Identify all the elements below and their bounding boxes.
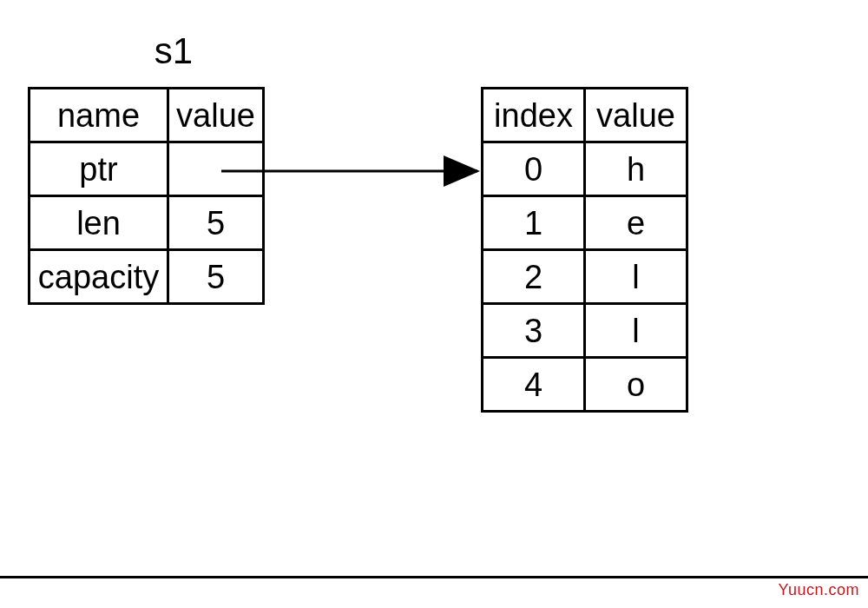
- struct-table: name value ptr len 5 capacity 5: [28, 87, 265, 305]
- table-row: 1 e: [483, 196, 687, 250]
- cell-name: capacity: [30, 250, 168, 304]
- heap-table: index value 0 h 1 e 2 l 3 l 4 o: [481, 87, 688, 413]
- cell-index: 4: [483, 358, 585, 412]
- cell-value: [168, 142, 264, 196]
- table-row: len 5: [30, 196, 264, 250]
- cell-value: l: [585, 304, 687, 358]
- table-row: 3 l: [483, 304, 687, 358]
- header-index: index: [483, 89, 585, 142]
- cell-value: 5: [168, 196, 264, 250]
- watermark: Yuucn.com: [778, 581, 859, 599]
- cell-index: 1: [483, 196, 585, 250]
- table-header-row: index value: [483, 89, 687, 142]
- header-value: value: [168, 89, 264, 142]
- cell-index: 0: [483, 142, 585, 196]
- cell-index: 2: [483, 250, 585, 304]
- cell-value: e: [585, 196, 687, 250]
- cell-value: 5: [168, 250, 264, 304]
- table-row: 0 h: [483, 142, 687, 196]
- table-header-row: name value: [30, 89, 264, 142]
- header-name: name: [30, 89, 168, 142]
- cell-name: len: [30, 196, 168, 250]
- table-row: ptr: [30, 142, 264, 196]
- header-value: value: [585, 89, 687, 142]
- cell-index: 3: [483, 304, 585, 358]
- table-row: 4 o: [483, 358, 687, 412]
- cell-name: ptr: [30, 142, 168, 196]
- table-row: 2 l: [483, 250, 687, 304]
- table-row: capacity 5: [30, 250, 264, 304]
- cell-value: l: [585, 250, 687, 304]
- cell-value: h: [585, 142, 687, 196]
- struct-title: s1: [135, 30, 213, 72]
- cell-value: o: [585, 358, 687, 412]
